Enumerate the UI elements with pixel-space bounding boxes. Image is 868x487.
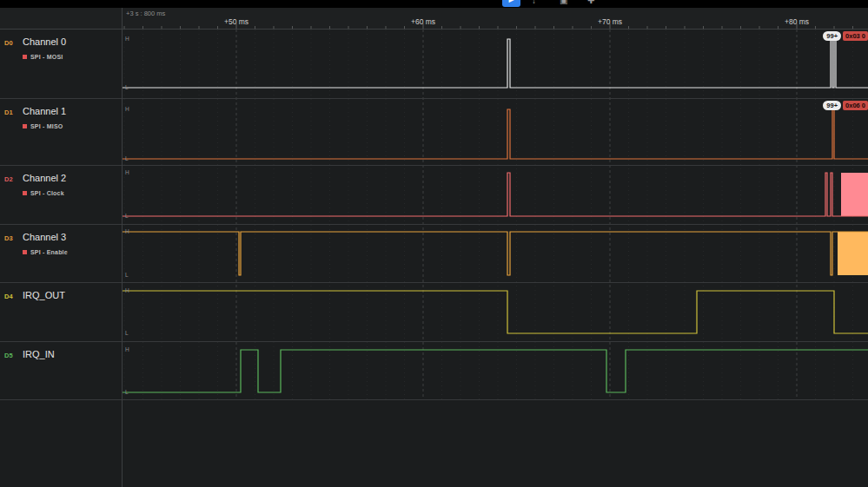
- channel-row-d0: D0 Channel 0 SPI - MOSI H L 99+ 0x03 0: [0, 30, 868, 99]
- play-icon: ▶: [508, 0, 514, 3]
- channel-row-d5: D5 IRQ_IN H L: [0, 342, 868, 400]
- download-icon[interactable]: ↓: [532, 0, 536, 6]
- channel-meta: Channel 0 SPI - MOSI: [23, 36, 66, 98]
- timeline-tick-label: +60 ms: [411, 17, 435, 26]
- channel-name: Channel 1: [23, 106, 66, 116]
- timeline-tick-label: +50 ms: [224, 17, 248, 26]
- frame-badges: 99+ 0x03 0: [823, 31, 868, 41]
- high-level-marker: H: [125, 287, 129, 294]
- play-button[interactable]: ▶: [502, 0, 520, 7]
- low-level-marker: L: [125, 389, 129, 396]
- channel-name: IRQ_OUT: [23, 290, 65, 300]
- low-level-marker: L: [125, 213, 129, 220]
- high-level-marker: H: [125, 36, 129, 43]
- channel-plot[interactable]: H L: [122, 166, 868, 224]
- channel-id-label: D0: [4, 36, 17, 98]
- analyzer-color-bullet: [23, 250, 27, 254]
- waveform-trace: [122, 99, 868, 165]
- high-level-marker: H: [125, 106, 129, 113]
- timeline-tick-label: +70 ms: [598, 17, 622, 26]
- sidebar-divider: [122, 8, 123, 487]
- channel-meta: IRQ_OUT: [23, 290, 65, 341]
- channel-name: Channel 3: [23, 232, 68, 242]
- channel-name: Channel 0: [23, 36, 66, 47]
- analyzer-name: SPI - Clock: [30, 190, 64, 196]
- waveform-trace: [122, 225, 868, 282]
- frame-value-chip: 0x03 0: [843, 31, 868, 41]
- channel-header[interactable]: D4 IRQ_OUT: [0, 283, 122, 341]
- analyzer-color-bullet: [23, 191, 27, 195]
- channel-id-label: D3: [4, 232, 17, 282]
- high-level-marker: H: [125, 169, 129, 176]
- channel-plot[interactable]: H L 99+ 0x03 0: [122, 30, 868, 98]
- waveform-trace: [122, 30, 868, 98]
- channel-header[interactable]: D2 Channel 2 SPI - Clock: [0, 166, 122, 224]
- toolbar: ▶ ↓▣✚: [0, 0, 868, 8]
- channel-plot[interactable]: H L: [122, 283, 868, 341]
- low-level-marker: L: [125, 272, 129, 279]
- channel-header[interactable]: D0 Channel 0 SPI - MOSI: [0, 30, 122, 98]
- channel-row-d1: D1 Channel 1 SPI - MISO H L 99+ 0x06 0: [0, 99, 868, 166]
- timeline-ruler[interactable]: +3 s : 800 ms +50 ms+60 ms+70 ms+80 ms: [0, 8, 868, 30]
- channel-header[interactable]: D1 Channel 1 SPI - MISO: [0, 99, 122, 165]
- channel-name: IRQ_IN: [23, 349, 55, 359]
- high-level-marker: H: [125, 346, 129, 353]
- channel-name: Channel 2: [23, 173, 66, 183]
- channel-meta: Channel 2 SPI - Clock: [23, 173, 66, 224]
- channel-analyzer-label: SPI - Enable: [23, 249, 68, 255]
- timeline-tick-label: +80 ms: [785, 17, 809, 26]
- low-level-marker: L: [125, 155, 129, 162]
- channel-meta: Channel 3 SPI - Enable: [23, 232, 68, 282]
- analyzer-name: SPI - MOSI: [30, 54, 63, 60]
- channel-row-d3: D3 Channel 3 SPI - Enable H L: [0, 225, 868, 283]
- waveform-trace: [122, 283, 868, 341]
- low-level-marker: L: [125, 330, 129, 337]
- channel-plot[interactable]: H L: [122, 225, 868, 282]
- analyzer-color-bullet: [23, 124, 27, 128]
- save-icon[interactable]: ▣: [560, 0, 567, 6]
- analyzer-name: SPI - Enable: [30, 249, 68, 255]
- frame-count-badge[interactable]: 99+: [823, 101, 841, 110]
- channel-meta: Channel 1 SPI - MISO: [23, 106, 66, 165]
- add-icon[interactable]: ✚: [587, 0, 594, 6]
- channel-id-label: D5: [4, 349, 17, 399]
- channel-row-d2: D2 Channel 2 SPI - Clock H L: [0, 166, 868, 225]
- channel-header[interactable]: D3 Channel 3 SPI - Enable: [0, 225, 122, 282]
- waveform-trace: [122, 342, 868, 399]
- analyzer-name: SPI - MISO: [30, 123, 63, 129]
- waveform-trace: [122, 166, 868, 224]
- channel-header[interactable]: D5 IRQ_IN: [0, 342, 122, 399]
- channel-id-label: D2: [4, 173, 17, 224]
- channel-row-d4: D4 IRQ_OUT H L: [0, 283, 868, 342]
- channel-plot[interactable]: H L 99+ 0x06 0: [122, 99, 868, 165]
- channel-analyzer-label: SPI - MISO: [23, 123, 66, 129]
- channel-analyzer-label: SPI - MOSI: [23, 54, 66, 60]
- channel-id-label: D1: [4, 106, 17, 165]
- frame-value-chip: 0x06 0: [843, 101, 868, 110]
- analyzer-color-bullet: [23, 55, 27, 59]
- channel-id-label: D4: [4, 290, 17, 341]
- channel-meta: IRQ_IN: [23, 349, 55, 399]
- frame-badges: 99+ 0x06 0: [823, 101, 868, 110]
- channel-analyzer-label: SPI - Clock: [23, 190, 66, 196]
- low-level-marker: L: [125, 84, 129, 91]
- frame-count-badge[interactable]: 99+: [823, 31, 841, 41]
- channel-plot[interactable]: H L: [122, 342, 868, 399]
- high-level-marker: H: [125, 228, 129, 235]
- empty-channel-area: [0, 400, 868, 487]
